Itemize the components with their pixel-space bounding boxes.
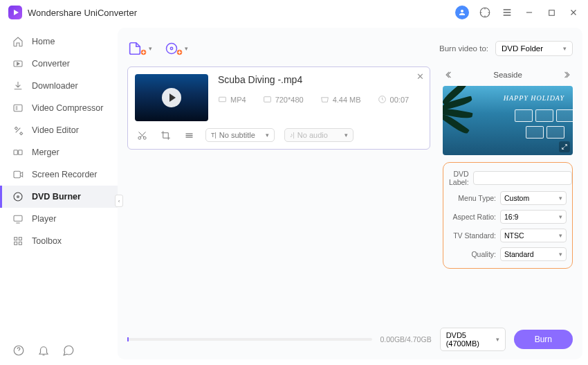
trim-icon[interactable]	[135, 128, 149, 142]
tv-standard-label: TV Standard:	[449, 231, 496, 240]
expand-preview-icon[interactable]	[559, 141, 570, 152]
subtitle-select[interactable]: T|No subtitle▾	[205, 128, 275, 142]
collapse-sidebar-icon[interactable]: ‹	[115, 195, 123, 207]
next-template-icon[interactable]	[562, 69, 573, 80]
sidebar-item-compressor[interactable]: Video Compressor	[0, 97, 118, 119]
video-duration: 00:07	[378, 95, 410, 104]
svg-rect-6	[14, 171, 20, 177]
sidebar-item-label: Merger	[32, 148, 59, 157]
sidebar-item-label: Video Compressor	[32, 103, 103, 113]
sidebar-item-converter[interactable]: Converter	[0, 53, 118, 75]
sidebar-item-label: Screen Recorder	[32, 170, 98, 179]
editor-icon	[12, 125, 24, 136]
quality-select[interactable]: Standard▾	[500, 247, 567, 261]
svg-rect-9	[14, 215, 22, 221]
crop-icon[interactable]	[158, 128, 172, 142]
maximize-icon[interactable]	[545, 6, 558, 19]
remove-video-icon[interactable]: ✕	[416, 71, 424, 82]
support-icon[interactable]	[479, 6, 491, 19]
content-area: ▾ ▾ Burn video to: DVD Folder▾ ✕	[118, 28, 582, 359]
svg-rect-11	[19, 238, 21, 240]
quality-label: Quality:	[449, 250, 496, 258]
sidebar-item-home[interactable]: Home	[0, 30, 118, 53]
play-icon	[162, 88, 181, 107]
menu-icon[interactable]	[501, 6, 513, 19]
svg-rect-5	[19, 150, 22, 155]
sidebar-item-label: Home	[32, 37, 55, 46]
player-icon	[12, 213, 24, 224]
svg-rect-20	[264, 97, 270, 103]
sidebar-item-label: Player	[32, 214, 56, 224]
sidebar-item-label: Converter	[32, 59, 70, 69]
minimize-icon[interactable]	[523, 6, 535, 19]
sidebar-item-dvd-burner[interactable]: DVD Burner	[0, 186, 118, 208]
sidebar-item-merger[interactable]: Merger	[0, 141, 118, 163]
svg-rect-10	[15, 238, 17, 240]
dvd-label-label: DVD Label:	[449, 170, 469, 186]
converter-icon	[12, 58, 24, 69]
chevron-down-icon: ▾	[149, 45, 152, 52]
notification-icon[interactable]	[37, 344, 50, 357]
downloader-icon	[12, 80, 24, 91]
svg-rect-19	[219, 97, 226, 102]
close-icon[interactable]	[567, 6, 580, 19]
svg-point-17	[170, 47, 172, 49]
video-thumbnail[interactable]	[135, 74, 208, 121]
svg-point-16	[167, 44, 177, 54]
audio-select[interactable]: ♪|No audio▾	[284, 128, 353, 142]
menu-type-label: Menu Type:	[449, 194, 496, 202]
sidebar-item-label: Video Editor	[32, 125, 79, 135]
sidebar-item-editor[interactable]: Video Editor	[0, 119, 118, 141]
burn-target-select[interactable]: DVD Folder▾	[495, 41, 573, 56]
feedback-icon[interactable]	[62, 344, 75, 357]
app-title: Wondershare UniConverter	[28, 8, 137, 18]
dvd-label-input[interactable]	[473, 171, 572, 185]
help-icon[interactable]	[12, 344, 25, 357]
recorder-icon	[12, 169, 24, 180]
aspect-ratio-label: Aspect Ratio:	[449, 213, 496, 221]
svg-rect-4	[14, 150, 17, 155]
burn-button[interactable]: Burn	[514, 330, 573, 349]
more-icon[interactable]	[182, 128, 196, 142]
add-file-button[interactable]: ▾	[127, 41, 152, 56]
home-icon	[12, 36, 24, 47]
chevron-down-icon: ▾	[185, 45, 188, 52]
user-avatar-icon[interactable]	[455, 6, 469, 19]
prev-template-icon[interactable]	[443, 69, 454, 80]
disc-usage-bar	[127, 338, 372, 341]
sidebar-item-label: Toolbox	[32, 236, 62, 246]
burn-target-label: Burn video to:	[439, 44, 488, 53]
video-resolution: 720*480	[263, 95, 304, 104]
menu-preview[interactable]: HAPPY HOLIDAY	[443, 86, 573, 155]
sidebar: Home Converter Downloader Video Compress…	[0, 25, 118, 365]
aspect-ratio-select[interactable]: 16:9▾	[500, 210, 567, 224]
disc-usage-text: 0.00GB/4.70GB	[380, 335, 432, 344]
sidebar-item-label: DVD Burner	[32, 192, 81, 202]
video-size: 4.44 MB	[320, 95, 361, 104]
video-card: ✕ Scuba Diving -.mp4 MP4	[127, 66, 430, 150]
menu-template-name: Seaside	[493, 71, 522, 79]
sidebar-item-toolbox[interactable]: Toolbox	[0, 230, 118, 252]
svg-rect-1	[549, 10, 554, 15]
load-dvd-button[interactable]: ▾	[165, 42, 188, 55]
app-logo-icon	[8, 6, 22, 19]
video-title: Scuba Diving -.mp4	[218, 74, 423, 85]
merger-icon	[12, 147, 24, 158]
svg-rect-13	[19, 242, 21, 244]
toolbox-icon	[12, 235, 24, 247]
svg-point-8	[17, 196, 19, 198]
disc-type-select[interactable]: DVD5 (4700MB)▾	[440, 328, 506, 351]
sidebar-item-player[interactable]: Player	[0, 208, 118, 230]
sidebar-item-downloader[interactable]: Downloader	[0, 75, 118, 97]
svg-rect-3	[14, 105, 22, 111]
svg-rect-12	[15, 242, 17, 244]
dvd-settings-panel: DVD Label: Menu Type: Custom▾ Aspect Rat…	[443, 162, 573, 269]
dvd-icon	[12, 191, 24, 202]
menu-preview-title: HAPPY HOLIDAY	[504, 94, 564, 102]
compressor-icon	[12, 103, 24, 114]
tv-standard-select[interactable]: NTSC▾	[500, 229, 567, 242]
video-format: MP4	[218, 95, 246, 104]
menu-type-select[interactable]: Custom▾	[500, 191, 567, 205]
svg-point-7	[14, 193, 22, 201]
sidebar-item-recorder[interactable]: Screen Recorder	[0, 163, 118, 186]
